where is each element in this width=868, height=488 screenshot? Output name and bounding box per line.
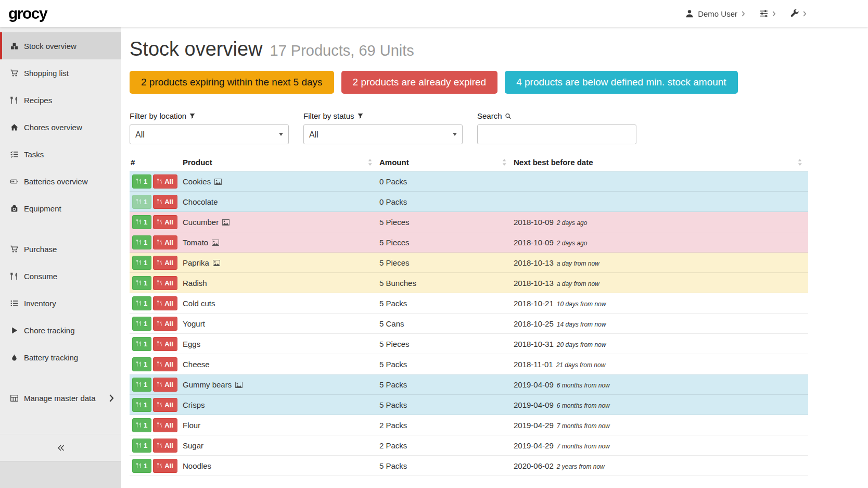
sidebar-collapse-button[interactable]: [0, 434, 121, 461]
product-name: Crisps: [183, 401, 205, 409]
consume-one-button[interactable]: 1: [132, 378, 151, 392]
table-row: 1AllCucumber5 Pieces2018-10-092 days ago: [130, 212, 808, 232]
header-amount[interactable]: Amount: [378, 157, 513, 171]
header-best-before[interactable]: Next best before date: [513, 157, 808, 171]
consume-all-button[interactable]: All: [153, 337, 177, 351]
consume-one-button[interactable]: 1: [132, 215, 151, 229]
sidebar-item-battery-tracking[interactable]: Battery tracking: [0, 344, 121, 371]
user-menu[interactable]: Demo User: [685, 9, 745, 18]
sidebar-item-chores-overview[interactable]: Chores overview: [0, 114, 121, 141]
sidebar-item-stock-overview[interactable]: Stock overview: [0, 32, 121, 59]
settings-menu[interactable]: [760, 9, 776, 18]
sidebar-item-tasks[interactable]: Tasks: [0, 141, 121, 168]
alert-below-min-stock-button[interactable]: 4 products are below defined min. stock …: [505, 71, 737, 94]
consume-one-button[interactable]: 1: [132, 317, 151, 331]
consume-all-button[interactable]: All: [153, 195, 177, 209]
date-relative: 6 months from now: [557, 382, 610, 389]
product-name: Paprika: [183, 258, 209, 267]
product-image-icon[interactable]: [212, 240, 219, 246]
sidebar-item-label: Chore tracking: [24, 326, 75, 335]
date-relative: 7 months from now: [557, 443, 610, 450]
consume-all-button[interactable]: All: [153, 256, 177, 270]
sidebar-nav: Stock overviewShopping listRecipesChores…: [0, 27, 121, 411]
chevron-right-icon: [772, 11, 776, 17]
best-before-date: 2019-04-29: [514, 441, 554, 450]
sidebar-item-label: Batteries overview: [24, 177, 88, 186]
consume-all-button[interactable]: All: [153, 296, 177, 310]
consume-all-button[interactable]: All: [153, 357, 177, 371]
sidebar-item-label: Battery tracking: [24, 353, 78, 362]
boxes-icon: [9, 42, 19, 50]
product-image-icon[interactable]: [235, 382, 242, 388]
stock-table-body: 1AllCookies0 Packs1AllChocolate0 Packs1A…: [130, 171, 808, 476]
sidebar-item-batteries-overview[interactable]: Batteries overview: [0, 168, 121, 195]
consume-all-button[interactable]: All: [153, 174, 177, 189]
product-name: Yogurt: [183, 319, 205, 328]
sidebar-item-recipes[interactable]: Recipes: [0, 86, 121, 114]
consume-all-button[interactable]: All: [153, 418, 177, 432]
consume-one-button[interactable]: 1: [132, 337, 151, 351]
consume-all-button[interactable]: All: [153, 317, 177, 331]
alert-expired-button[interactable]: 2 products are already expired: [341, 71, 498, 94]
amount-cell: 5 Pieces: [378, 232, 513, 253]
sidebar-item-manage-master-data[interactable]: Manage master data: [0, 384, 121, 411]
date-relative: 10 days from now: [557, 301, 606, 308]
sidebar-item-label: Tasks: [24, 150, 44, 159]
user-icon: [685, 9, 694, 18]
best-before-date: 2018-10-13: [514, 279, 554, 287]
consume-all-button[interactable]: All: [153, 276, 177, 290]
location-filter-select[interactable]: All: [130, 124, 289, 144]
consume-one-button[interactable]: 1: [132, 296, 151, 310]
consume-one-button[interactable]: 1: [132, 357, 151, 371]
product-image-icon[interactable]: [213, 260, 220, 266]
consume-one-button[interactable]: 1: [132, 256, 151, 270]
consume-all-button[interactable]: All: [153, 439, 177, 453]
amount-cell: 5 Cans: [378, 314, 513, 334]
consume-one-button[interactable]: 1: [132, 195, 151, 209]
app-logo[interactable]: grocy: [8, 5, 47, 22]
status-filter-select[interactable]: All: [303, 124, 463, 144]
amount-cell: 0 Packs: [378, 171, 513, 192]
sidebar-item-inventory[interactable]: Inventory: [0, 290, 121, 317]
stock-table: # Product Amount Next best before date 1…: [130, 157, 808, 476]
battery-icon: [9, 178, 19, 185]
table-icon: [9, 394, 19, 402]
consume-all-button[interactable]: All: [153, 398, 177, 412]
consume-one-button[interactable]: 1: [132, 398, 151, 412]
amount-cell: 5 Packs: [378, 354, 513, 374]
consume-one-button[interactable]: 1: [132, 235, 151, 249]
sidebar-item-consume[interactable]: Consume: [0, 262, 121, 290]
product-image-icon[interactable]: [222, 219, 229, 226]
search-input[interactable]: [477, 124, 636, 144]
consume-all-button[interactable]: All: [153, 378, 177, 392]
header-product[interactable]: Product: [182, 157, 378, 171]
table-row: 1AllSugar2 Packs2019-04-297 months from …: [130, 435, 808, 456]
sidebar-item-equipment[interactable]: Equipment: [0, 195, 121, 222]
consume-one-button[interactable]: 1: [132, 174, 151, 189]
product-name: Tomato: [183, 238, 208, 247]
sidebar-item-shopping-list[interactable]: Shopping list: [0, 59, 121, 86]
alert-expiring-button[interactable]: 2 products expiring within the next 5 da…: [130, 71, 334, 94]
product-name: Eggs: [183, 340, 200, 348]
filter-icon: [189, 113, 195, 119]
consume-one-button[interactable]: 1: [132, 439, 151, 453]
best-before-date: 2018-10-21: [514, 299, 554, 308]
sidebar-item-purchase[interactable]: Purchase: [0, 235, 121, 262]
product-image-icon[interactable]: [214, 179, 222, 185]
consume-one-button[interactable]: 1: [132, 418, 151, 432]
header-number: #: [130, 157, 182, 171]
consume-all-button[interactable]: All: [153, 215, 177, 229]
sidebar-item-label: Consume: [24, 272, 57, 281]
sidebar-item-chore-tracking[interactable]: Chore tracking: [0, 317, 121, 344]
table-row: 1AllNoodles5 Packs2020-06-022 years from…: [130, 456, 808, 476]
consume-one-button[interactable]: 1: [132, 276, 151, 290]
consume-all-button[interactable]: All: [153, 459, 177, 473]
table-row: 1AllFlour2 Packs2019-04-297 months from …: [130, 415, 808, 435]
sidebar-item-label: Shopping list: [24, 69, 69, 78]
consume-all-button[interactable]: All: [153, 235, 177, 249]
sort-icon: [798, 159, 802, 166]
consume-one-button[interactable]: 1: [132, 459, 151, 473]
date-relative: 6 months from now: [557, 402, 610, 409]
admin-menu[interactable]: [790, 9, 807, 18]
product-name: Gummy bears: [183, 380, 232, 389]
